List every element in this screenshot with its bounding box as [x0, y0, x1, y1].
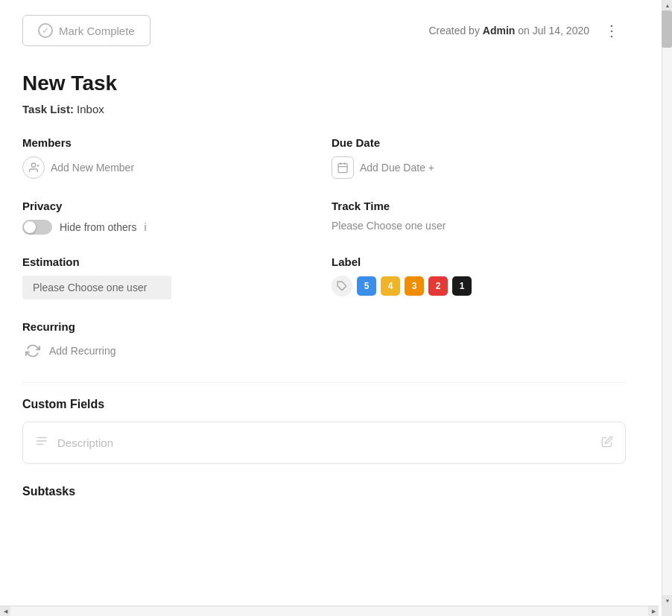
description-box[interactable]: Description: [22, 422, 626, 464]
svg-rect-3: [338, 164, 347, 173]
privacy-toggle-row: Hide from others i: [22, 220, 309, 235]
label-badge-5[interactable]: 5: [357, 276, 376, 296]
members-label: Members: [22, 136, 309, 149]
divider: [22, 382, 626, 383]
track-time-placeholder: Please Choose one user: [332, 220, 626, 232]
recurring-label: Recurring: [22, 320, 611, 333]
scrollbar-up-button[interactable]: ▲: [662, 0, 672, 10]
track-time-section: Track Time Please Choose one user: [324, 200, 626, 235]
members-section: Members Add New Member: [22, 136, 324, 179]
task-list-label: Task List:: [22, 103, 77, 115]
scrollbar-corner: [662, 606, 672, 616]
label-tag-icon[interactable]: [332, 276, 352, 296]
label-badge-3[interactable]: 3: [405, 276, 424, 296]
scrollbar-thumb: [662, 10, 672, 48]
track-time-label: Track Time: [332, 200, 626, 212]
check-circle-icon: ✓: [38, 23, 53, 38]
task-title: New Task: [22, 72, 626, 95]
due-date-label: Due Date: [332, 136, 626, 149]
add-member-button[interactable]: Add New Member: [22, 156, 134, 179]
created-info: Created by Admin on Jul 14, 2020: [428, 25, 589, 36]
privacy-section: Privacy Hide from others i: [22, 200, 324, 235]
privacy-toggle-label: Hide from others: [60, 221, 136, 233]
vertical-scrollbar[interactable]: ▲ ▼: [662, 0, 672, 606]
custom-fields-label: Custom Fields: [22, 398, 626, 411]
task-list-row: Task List: Inbox: [22, 103, 626, 115]
privacy-toggle[interactable]: [22, 220, 52, 235]
toggle-track: [22, 220, 52, 235]
horizontal-scrollbar[interactable]: ◀ ▶: [0, 606, 659, 616]
label-section-title: Label: [332, 255, 626, 268]
label-badge-4[interactable]: 4: [381, 276, 400, 296]
two-column-grid: Members Add New Member Due Date: [22, 136, 626, 320]
scrollbar-down-button[interactable]: ▼: [662, 595, 672, 606]
recurring-section: Recurring Add Recurring: [22, 320, 626, 361]
description-edit-icon[interactable]: [601, 436, 613, 451]
top-bar: ✓ Mark Complete Created by Admin on Jul …: [22, 15, 626, 54]
add-recurring-button[interactable]: Add Recurring: [22, 340, 116, 361]
add-member-text: Add New Member: [51, 162, 134, 174]
more-options-button[interactable]: ⋮: [598, 19, 626, 42]
mark-complete-label: Mark Complete: [59, 25, 135, 37]
label-badge-2[interactable]: 2: [428, 276, 448, 296]
add-member-icon: [22, 156, 45, 179]
add-due-date-text: Add Due Date +: [360, 162, 434, 174]
hscrollbar-right-button[interactable]: ▶: [648, 606, 659, 616]
svg-point-0: [31, 163, 35, 167]
add-due-date-button[interactable]: Add Due Date +: [332, 156, 434, 179]
subtasks-label: Subtasks: [22, 485, 626, 498]
description-placeholder-text: Description: [57, 436, 592, 449]
label-badges-row: 5 4 3 2 1: [332, 276, 626, 296]
hscrollbar-left-button[interactable]: ◀: [0, 606, 10, 616]
info-icon[interactable]: i: [144, 221, 146, 233]
recurring-icon: [22, 340, 43, 361]
estimation-placeholder: Please Choose one user: [33, 282, 147, 293]
main-container: ✓ Mark Complete Created by Admin on Jul …: [0, 0, 648, 616]
estimation-section: Estimation Please Choose one user: [22, 255, 324, 299]
top-right-area: Created by Admin on Jul 14, 2020 ⋮: [428, 19, 626, 42]
estimation-button[interactable]: Please Choose one user: [22, 276, 171, 299]
description-lines-icon: [35, 434, 48, 451]
mark-complete-button[interactable]: ✓ Mark Complete: [22, 15, 150, 46]
label-badge-1[interactable]: 1: [452, 276, 472, 296]
calendar-icon: [332, 156, 354, 179]
add-recurring-text: Add Recurring: [49, 345, 116, 357]
label-section: Label 5 4 3 2 1: [324, 255, 626, 299]
privacy-label: Privacy: [22, 200, 309, 212]
due-date-section: Due Date Add Due Date +: [324, 136, 626, 179]
toggle-thumb: [24, 221, 36, 233]
estimation-label: Estimation: [22, 255, 309, 268]
